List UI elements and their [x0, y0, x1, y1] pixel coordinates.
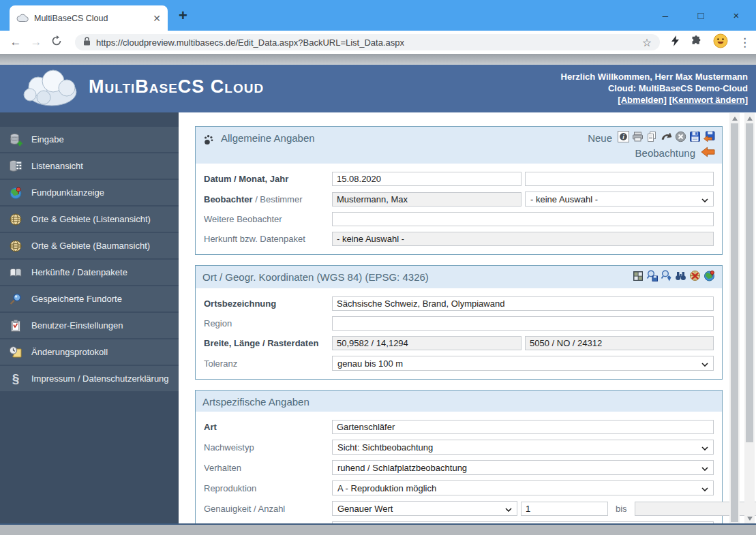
info-icon[interactable]: i [618, 131, 629, 144]
toleranz-select[interactable]: genau bis 100 m [332, 356, 714, 371]
chevron-down-icon [701, 194, 708, 204]
print-icon[interactable] [632, 131, 644, 144]
app-header: MultiBaseCS Cloud Herzlich Willkommen, H… [0, 65, 756, 112]
bestimmer-select[interactable]: - keine Auswahl - [525, 192, 714, 207]
sidebar-item-label: Fundpunktanzeige [31, 187, 104, 198]
region-input[interactable] [332, 316, 714, 331]
scrollbar-thumb[interactable] [746, 123, 753, 442]
back-arrow-icon[interactable] [701, 147, 715, 159]
sidebar-item-label: Herkünfte / Datenpakete [31, 267, 127, 277]
extensions-puzzle-icon[interactable] [691, 35, 702, 50]
scroll-up-icon[interactable] [744, 113, 755, 123]
welcome-text: Herzlich Willkommen, Herr Max Mustermann [561, 71, 748, 82]
browser-scrollbar[interactable] [744, 113, 755, 523]
grid-coordinates-icon[interactable] [633, 271, 644, 284]
sidebar-item-gespeicherte-fundorte[interactable]: Gespeicherte Fundorte [0, 286, 179, 311]
remove-coordinates-globe-icon[interactable] [689, 270, 701, 284]
binoculars-icon[interactable] [675, 270, 686, 284]
section-title: Ort / Geogr. Koordinaten (WGS 84) (EPSG:… [202, 270, 429, 283]
scrollbar-thumb[interactable] [731, 123, 738, 522]
monat-jahr-input[interactable] [525, 172, 714, 186]
copy-icon[interactable] [646, 131, 658, 144]
show-on-map-globe-icon[interactable] [704, 270, 715, 284]
globe-icon [9, 213, 22, 226]
browser-menu-icon[interactable]: ⋮ [739, 35, 751, 50]
rasterdaten-input[interactable] [525, 336, 714, 350]
paragraph-icon: § [9, 372, 22, 386]
reproduktion-select[interactable]: A - Reproduktion möglich [332, 480, 714, 495]
window-close-button[interactable]: × [729, 10, 744, 21]
section-title: Allgemeine Angaben [221, 131, 315, 144]
field-label-verhalten: Verhalten [204, 463, 332, 473]
new-record-label-line1: Neue [588, 132, 612, 144]
url-text: https://cloudpreview.multibasecs.de/Edit… [96, 37, 637, 48]
sidebar: Eingabe Listenansicht Fundpunktanzeige O… [0, 112, 179, 525]
undo-icon[interactable] [661, 131, 672, 144]
anzahl-von-input[interactable] [521, 502, 608, 516]
form-row-genauigkeit-anzahl: Genauigkeit / Anzahl Genauer Wert bis [204, 501, 714, 516]
globe-pin-icon [9, 186, 22, 200]
database-add-icon [9, 133, 22, 147]
sidebar-item-herkuenfte-datenpakete[interactable]: Herkünfte / Datenpakete [0, 260, 179, 285]
save-and-close-icon[interactable] [704, 131, 715, 144]
breite-laenge-input[interactable] [332, 336, 521, 350]
field-label-art: Art [204, 422, 217, 432]
window-bottom-strip [0, 525, 756, 535]
beobachter-input[interactable] [332, 192, 521, 207]
forward-nav-icon[interactable]: → [26, 35, 46, 49]
change-password-link[interactable]: [Kennwort ändern] [669, 95, 748, 105]
sidebar-item-label: Listenansicht [31, 161, 83, 171]
chevron-down-icon [505, 504, 512, 514]
sidebar-item-fundpunktanzeige[interactable]: Fundpunktanzeige [0, 180, 179, 205]
paw-icon [204, 134, 214, 148]
form-row-weitere-beobachter: Weitere Beobachter [204, 212, 714, 226]
browser-tab[interactable]: MultiBaseCS Cloud ✕ [10, 5, 168, 31]
sidebar-item-label: Orte & Gebiete (Baumansicht) [31, 241, 150, 251]
logout-link[interactable]: [Abmelden] [618, 95, 667, 105]
cancel-icon[interactable] [675, 131, 686, 144]
chevron-down-icon [701, 463, 708, 473]
window-minimize-button[interactable]: – [658, 10, 673, 21]
search-location-save-icon[interactable] [646, 270, 658, 284]
section-artspezifische-angaben: Artspezifische Angaben Art Nachweistyp S… [195, 390, 723, 535]
sidebar-item-label: Eingabe [31, 134, 64, 144]
sidebar-item-orte-gebiete-listenansicht[interactable]: Orte & Gebiete (Listenansicht) [0, 207, 179, 232]
verhalten-select[interactable]: ruhend / Schlafplatzbeobachtung [332, 460, 714, 475]
reload-icon[interactable] [46, 35, 67, 50]
sidebar-item-aenderungsprotokoll[interactable]: Änderungsprotokoll [0, 339, 179, 365]
content-scrollbar[interactable] [729, 113, 740, 523]
sidebar-item-listenansicht[interactable]: Listenansicht [0, 153, 179, 179]
back-nav-icon[interactable]: ← [5, 35, 26, 49]
book-icon [9, 266, 22, 279]
genauigkeit-select[interactable]: Genauer Wert [332, 501, 517, 516]
form-row-verhalten: Verhalten ruhend / Schlafplatzbeobachtun… [204, 460, 714, 475]
sidebar-item-impressum-datenschutz[interactable]: § Impressum / Datenschutzerklärung [0, 366, 179, 391]
form-row-toleranz: Toleranz genau bis 100 m [204, 356, 714, 371]
nachweistyp-select[interactable]: Sicht: Sichtbeobachtung [332, 440, 714, 455]
form-row-herkunft: Herkunft bzw. Datenpaket [204, 232, 714, 246]
weitere-beobachter-input[interactable] [332, 212, 714, 226]
new-tab-button[interactable]: + [179, 7, 187, 25]
art-input[interactable] [332, 420, 714, 434]
profile-avatar-icon[interactable] [713, 33, 728, 51]
tab-close-icon[interactable]: ✕ [153, 13, 161, 24]
sidebar-item-orte-gebiete-baumansicht[interactable]: Orte & Gebiete (Baumansicht) [0, 233, 179, 258]
search-location-pin-icon[interactable] [661, 270, 672, 284]
scroll-down-icon[interactable] [744, 513, 755, 523]
window-maximize-button[interactable]: □ [693, 10, 708, 21]
address-bar[interactable]: https://cloudpreview.multibasecs.de/Edit… [75, 34, 660, 50]
save-icon[interactable] [689, 131, 701, 144]
scroll-up-icon[interactable] [729, 113, 740, 123]
field-label-ortsbezeichnung: Ortsbezeichnung [204, 299, 276, 309]
sidebar-item-benutzer-einstellungen[interactable]: Benutzer-Einstellungen [0, 313, 179, 338]
sidebar-item-label: Impressum / Datenschutzerklärung [31, 373, 169, 384]
datum-input[interactable] [332, 172, 521, 186]
bookmark-star-icon[interactable]: ☆ [642, 36, 652, 49]
lightning-extension-icon[interactable] [671, 35, 680, 49]
sidebar-item-label: Änderungsprotokoll [31, 347, 108, 357]
sidebar-item-eingabe[interactable]: Eingabe [0, 127, 179, 152]
form-row-art: Art [204, 420, 714, 434]
ortsbezeichnung-input[interactable] [332, 296, 714, 311]
multibasecs-cloud-logo-icon [18, 69, 80, 111]
herkunft-input[interactable] [332, 232, 714, 246]
